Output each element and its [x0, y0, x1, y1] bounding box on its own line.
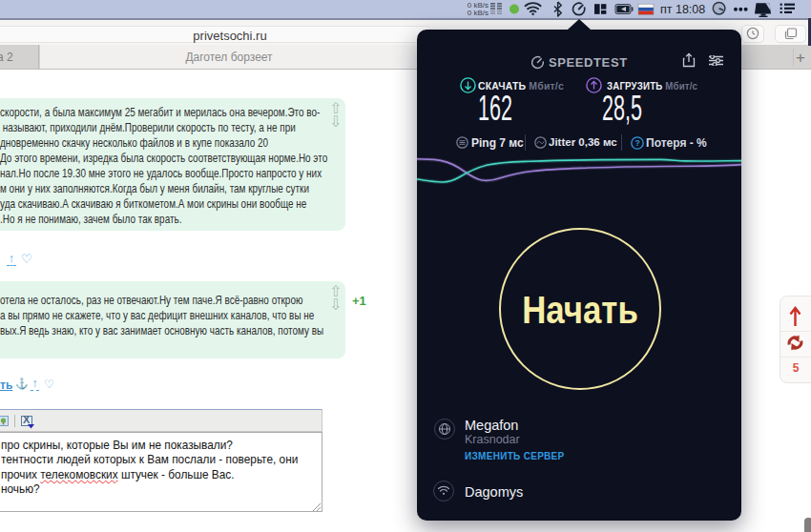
svg-text:?: ? [634, 138, 639, 148]
